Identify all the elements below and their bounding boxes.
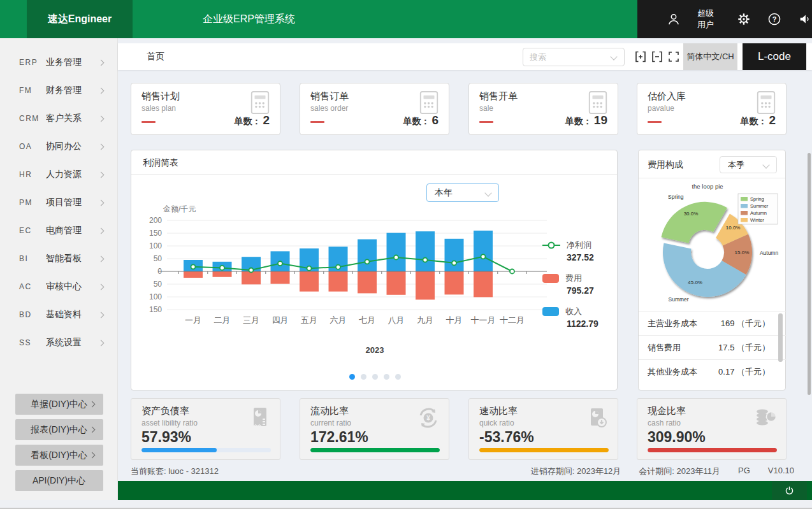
- expense-row-value: 17.5: [718, 343, 734, 352]
- carousel-dot[interactable]: [395, 374, 401, 380]
- settings-gear-icon[interactable]: [737, 12, 751, 26]
- ratio-value: -53.76%: [479, 429, 534, 446]
- zoom-out-button[interactable]: [651, 51, 663, 62]
- kpi-card-sale[interactable]: 销售开单 sale 单数：19: [468, 83, 618, 135]
- kpi-card-pavalue[interactable]: 估价入库 pavalue 单数：2: [637, 83, 787, 135]
- svg-text:15.0%: 15.0%: [735, 250, 750, 255]
- count-label: 单数：: [403, 116, 430, 127]
- sidebar-item-oa[interactable]: OA协同办公: [0, 133, 117, 161]
- sidebar-item-label: 电商管理: [46, 225, 82, 236]
- sidebar-item-label: 业务管理: [46, 57, 82, 68]
- expense-composition-panel: 费用构成 本季 30.0%Spring45.0%Summer15.0%Autum…: [638, 150, 786, 391]
- ratio-progress-fill-2: [479, 448, 609, 452]
- carousel-dot[interactable]: [372, 374, 378, 380]
- sidebar-item-crm[interactable]: CRM客户关系: [0, 104, 117, 133]
- legend-item-expense: 费用 795.27: [542, 273, 614, 296]
- ratio-value: 309.90%: [648, 429, 706, 446]
- chevron-right-icon: [98, 283, 105, 290]
- carousel-dot[interactable]: [384, 374, 389, 380]
- count-value: 2: [769, 113, 776, 127]
- chevron-right-icon: [89, 427, 95, 433]
- sidebar-item-bd[interactable]: BD基础资料: [0, 301, 117, 329]
- sidebar-item-fm[interactable]: FM财务管理: [0, 76, 117, 104]
- count-label: 单数：: [234, 116, 261, 127]
- sidebar-item-label: 项目管理: [46, 197, 82, 208]
- inventory-period: 进销存期间: 2023年12月: [531, 466, 621, 477]
- ratio-subtitle: cash ratio: [648, 419, 681, 427]
- search-input[interactable]: [523, 48, 600, 66]
- svg-text:八月: 八月: [388, 315, 405, 325]
- current-account: 当前账套: luoc - 321312: [131, 466, 219, 477]
- sidebar-item-code: PM: [19, 198, 43, 207]
- sidebar-item-label: 客户关系: [46, 113, 82, 124]
- chevron-down-icon: [762, 161, 769, 168]
- period-select-season[interactable]: 本季: [720, 156, 777, 173]
- sidebar-item-code: ERP: [19, 58, 43, 67]
- diy-reports-button[interactable]: 报表(DIY)中心: [15, 419, 103, 440]
- diy-documents-button[interactable]: 单据(DIY)中心: [15, 394, 103, 415]
- chevron-down-icon: [484, 189, 491, 196]
- legend-item-income: 收入 1122.79: [542, 306, 614, 329]
- sidebar-item-pm[interactable]: PM项目管理: [0, 189, 117, 217]
- tab-home[interactable]: 首页: [147, 43, 164, 70]
- carousel-dot[interactable]: [349, 374, 355, 380]
- lcode-button[interactable]: L-code: [743, 43, 806, 70]
- svg-text:Autumn: Autumn: [750, 210, 767, 216]
- carousel-dot[interactable]: [361, 374, 366, 380]
- legend-value: 795.27: [567, 285, 614, 296]
- user-name[interactable]: 超级用户: [697, 8, 720, 31]
- svg-text:Autumn: Autumn: [760, 250, 779, 256]
- kpi-subtitle: pavalue: [648, 104, 674, 113]
- currency-cycle-icon: ¥: [414, 404, 442, 434]
- chevron-right-icon: [98, 199, 105, 206]
- chevron-down-icon[interactable]: [610, 53, 617, 60]
- sidebar-item-label: 财务管理: [46, 85, 82, 96]
- chevron-right-icon: [89, 452, 95, 459]
- svg-text:Spring: Spring: [750, 196, 764, 202]
- kpi-card-sales-order[interactable]: 销售订单 sales order 单数：6: [300, 83, 449, 135]
- sidebar-item-erp[interactable]: ERP业务管理: [0, 48, 117, 76]
- svg-text:五月: 五月: [301, 315, 317, 325]
- kpi-card-sales-plan[interactable]: 销售计划 sales plan 单数：2: [131, 83, 280, 135]
- red-dash: [310, 121, 324, 123]
- kpi-title: 销售开单: [479, 90, 518, 103]
- legend-value: 1122.79: [567, 319, 614, 329]
- legend-value: 327.52: [567, 252, 614, 262]
- zoom-in-button[interactable]: [635, 51, 646, 62]
- sidebar-item-ac[interactable]: AC审核中心: [0, 273, 117, 301]
- expense-row-value: 0.17: [718, 367, 734, 376]
- help-icon[interactable]: ?: [767, 12, 781, 26]
- chevron-right-icon: [98, 312, 105, 318]
- diy-boards-button[interactable]: 看板(DIY)中心: [15, 445, 103, 466]
- sidebar-item-ss[interactable]: SS系统设置: [0, 329, 117, 357]
- kpi-subtitle: sales order: [310, 104, 348, 113]
- sound-icon[interactable]: [798, 12, 812, 26]
- period-select-year[interactable]: 本年: [426, 183, 499, 202]
- power-icon: [784, 485, 795, 496]
- fullscreen-button[interactable]: [668, 51, 679, 62]
- kpi-subtitle: sale: [479, 104, 493, 113]
- app-header: 速达Engineer 企业级ERP管理系统 超级用户: [0, 0, 812, 38]
- expense-row-label: 销售费用: [648, 342, 681, 354]
- sidebar-item-code: AC: [19, 282, 43, 291]
- svg-text:六月: 六月: [330, 315, 347, 325]
- diy-center-buttons: 单据(DIY)中心 报表(DIY)中心 看板(DIY)中心 API(DIY)中心: [0, 394, 118, 496]
- ratio-progress-fill-3: [648, 448, 777, 452]
- ratio-title: 资产负债率: [141, 405, 189, 417]
- language-button[interactable]: 简体中文/CH: [683, 43, 737, 70]
- sidebar-item-ec[interactable]: EC电商管理: [0, 217, 117, 245]
- table-scrollbar-thumb[interactable]: [778, 313, 783, 362]
- sidebar-item-bi[interactable]: BI智能看板: [0, 245, 117, 273]
- ratio-card-current-ratio: 流动比率 current ratio 172.61% ¥: [300, 398, 449, 460]
- power-button[interactable]: [772, 481, 807, 500]
- page-scrollbar-thumb[interactable]: [808, 153, 811, 395]
- ratio-subtitle: quick ratio: [479, 419, 514, 427]
- search-combobox[interactable]: [523, 48, 625, 66]
- kpi-subtitle: sales plan: [141, 104, 176, 113]
- user-icon[interactable]: [667, 12, 681, 26]
- count-label: 单数：: [565, 116, 592, 127]
- sidebar-item-code: CRM: [19, 114, 43, 123]
- diy-api-button[interactable]: API(DIY)中心: [15, 470, 103, 491]
- sidebar-item-hr[interactable]: HR人力资源: [0, 161, 117, 189]
- diy-button-label: 单据(DIY)中心: [31, 399, 87, 410]
